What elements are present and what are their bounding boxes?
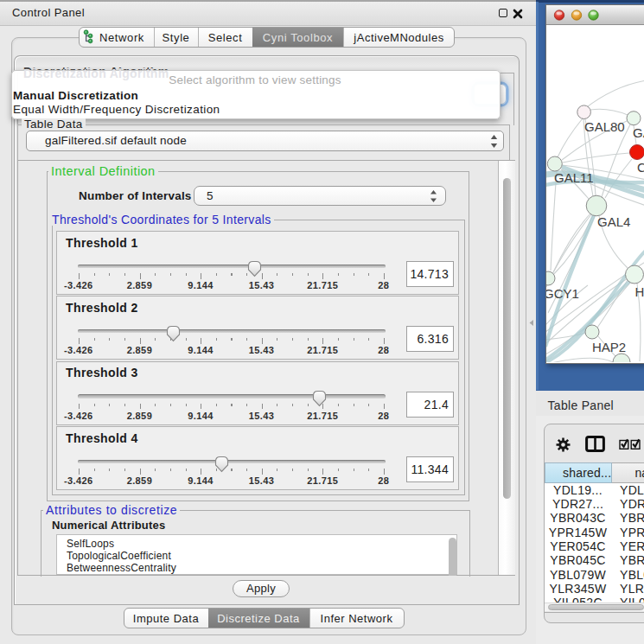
svg-text:C: C [637,160,644,175]
svg-text:GA: GA [633,125,644,140]
svg-text:GCY1: GCY1 [546,286,579,301]
svg-text:HAP2: HAP2 [592,340,626,354]
svg-text:H: H [635,284,644,299]
svg-text:GAL80: GAL80 [584,119,625,134]
svg-text:GAL11: GAL11 [554,170,594,185]
svg-text:GAL4: GAL4 [597,214,630,229]
